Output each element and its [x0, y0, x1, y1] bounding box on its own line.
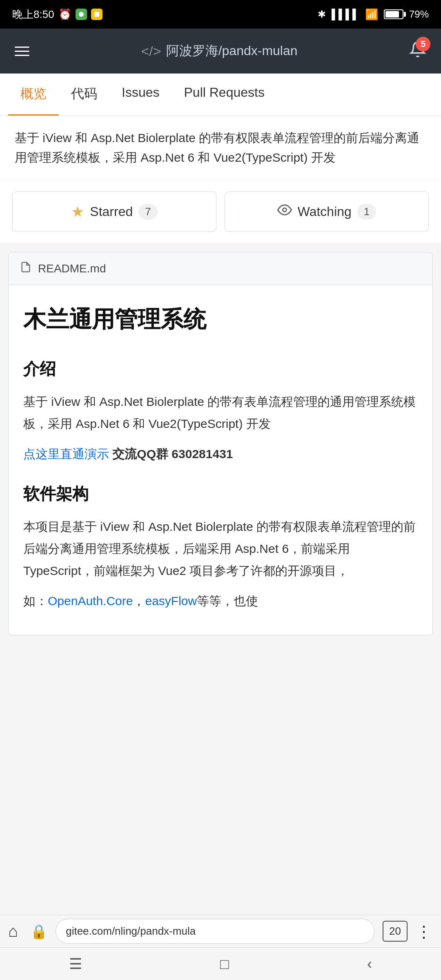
- readme-title: 木兰通用管理系统: [23, 300, 418, 339]
- action-buttons-row: ★ Starred 7 Watching 1: [0, 180, 441, 244]
- file-icon: [20, 261, 31, 276]
- tab-overview[interactable]: 概览: [8, 74, 59, 116]
- notification-count: 5: [416, 37, 430, 51]
- watch-button[interactable]: Watching 1: [225, 192, 429, 232]
- tab-pull-requests[interactable]: Pull Requests: [172, 74, 276, 116]
- status-right: ✱ ▌▌▌▌ 📶 79%: [318, 8, 429, 21]
- star-label: Starred: [90, 204, 133, 219]
- watch-count: 1: [357, 204, 376, 220]
- tab-code[interactable]: 代码: [59, 74, 109, 116]
- star-icon: ★: [71, 203, 84, 220]
- repo-description: 基于 iView 和 Asp.Net Biolerplate 的带有权限表单流程…: [0, 116, 441, 180]
- demo-link[interactable]: 点这里直通演示: [23, 447, 109, 461]
- alarm-icon: ⏰: [58, 8, 71, 21]
- browser-bottom-bar: ⌂ 🔒 gitee.com/nling/pandx-mula 20 ⋮: [0, 915, 441, 947]
- readme-container: README.md 木兰通用管理系统 介绍 基于 iView 和 Asp.Net…: [8, 252, 433, 635]
- readme-header: README.md: [9, 252, 432, 285]
- readme-content: 木兰通用管理系统 介绍 基于 iView 和 Asp.Net Biolerpla…: [9, 285, 432, 635]
- nav-back-icon[interactable]: ‹: [367, 956, 372, 973]
- section-heading-1: 介绍: [23, 355, 418, 383]
- repo-title: </> 阿波罗海/pandx-mulan: [141, 42, 297, 60]
- easyflow-link[interactable]: easyFlow: [145, 594, 197, 608]
- readme-filename: README.md: [38, 262, 106, 275]
- svg-rect-1: [94, 12, 99, 17]
- header: </> 阿波罗海/pandx-mulan 5: [0, 29, 441, 74]
- hamburger-menu[interactable]: [15, 47, 29, 56]
- architecture-paragraph-2: 如：OpenAuth.Core，easyFlow等等，也使: [23, 590, 418, 612]
- star-button[interactable]: ★ Starred 7: [12, 192, 216, 232]
- time-display: 晚上8:50: [12, 7, 54, 22]
- battery-percent: 79%: [409, 9, 429, 20]
- demo-paragraph: 点这里直通演示 交流QQ群 630281431: [23, 443, 418, 465]
- section-heading-2: 软件架构: [23, 480, 418, 508]
- lock-icon: 🔒: [30, 923, 47, 940]
- architecture-paragraph-1: 本项目是基于 iView 和 Asp.Net Biolerplate 的带有权限…: [23, 516, 418, 582]
- signal-icon: ▌▌▌▌: [332, 9, 359, 20]
- home-icon[interactable]: ⌂: [8, 922, 18, 940]
- green-app-icon: [76, 9, 87, 20]
- tab-bar: 概览 代码 Issues Pull Requests: [0, 74, 441, 116]
- qq-group-text: 交流QQ群 630281431: [112, 447, 233, 461]
- wifi-icon: 📶: [365, 8, 378, 21]
- bluetooth-icon: ✱: [318, 9, 326, 20]
- more-options-icon[interactable]: ⋮: [416, 922, 433, 941]
- tabs-count[interactable]: 20: [383, 921, 408, 942]
- url-bar[interactable]: gitee.com/nling/pandx-mula: [56, 919, 374, 944]
- svg-point-0: [79, 12, 84, 17]
- watch-icon: [277, 203, 292, 221]
- star-count: 7: [138, 204, 157, 220]
- nav-home-square-icon[interactable]: □: [220, 956, 229, 973]
- yellow-app-icon: [91, 9, 102, 20]
- code-icon: </>: [141, 43, 161, 59]
- notification-bell[interactable]: 5: [409, 41, 426, 61]
- navigation-bar: ☰ □ ‹: [0, 947, 441, 980]
- battery-icon: [384, 9, 403, 19]
- watch-label: Watching: [298, 204, 352, 219]
- repo-name: 阿波罗海/pandx-mulan: [166, 42, 298, 60]
- intro-paragraph: 基于 iView 和 Asp.Net Biolerplate 的带有表单流程管理…: [23, 391, 418, 435]
- openauth-link[interactable]: OpenAuth.Core: [48, 594, 133, 608]
- nav-menu-icon[interactable]: ☰: [69, 956, 82, 973]
- tab-issues[interactable]: Issues: [109, 74, 172, 116]
- status-bar: 晚上8:50 ⏰ ✱ ▌▌▌▌ 📶 79%: [0, 0, 441, 29]
- svg-point-2: [283, 208, 286, 212]
- status-left: 晚上8:50 ⏰: [12, 7, 102, 22]
